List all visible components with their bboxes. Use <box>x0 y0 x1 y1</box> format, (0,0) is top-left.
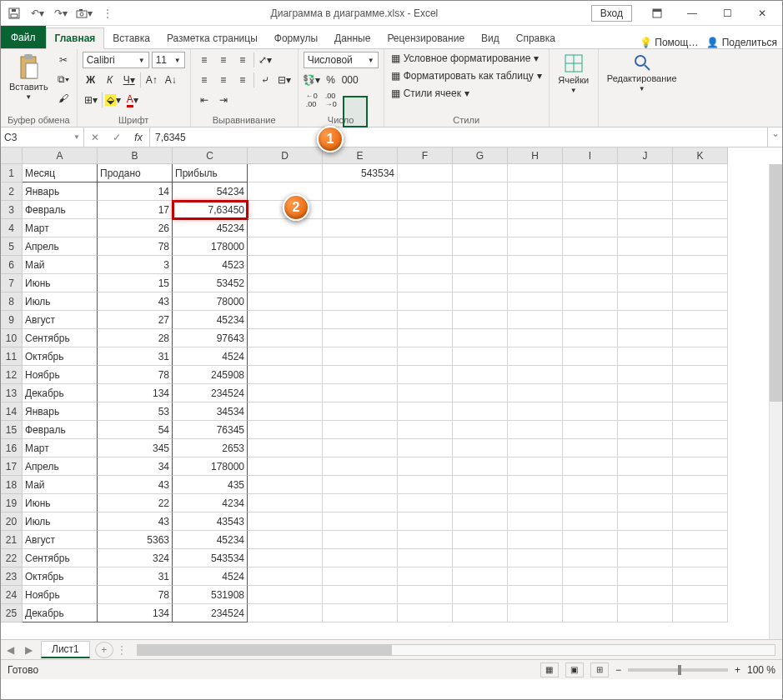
cell[interactable] <box>453 348 508 366</box>
cell[interactable] <box>563 402 618 421</box>
cell[interactable]: 54234 <box>173 182 248 201</box>
increase-decimal-icon[interactable]: ←0.00 <box>304 92 320 108</box>
cell[interactable]: Сентябрь <box>23 549 98 568</box>
cell[interactable] <box>563 274 618 292</box>
cell[interactable] <box>563 531 618 549</box>
row-header[interactable]: 25 <box>1 604 23 622</box>
cell[interactable] <box>248 384 323 402</box>
cell[interactable]: Июль <box>23 512 98 531</box>
row-header[interactable]: 4 <box>1 219 23 238</box>
comma-format-icon[interactable]: 000 <box>342 72 359 88</box>
cell[interactable]: 54 <box>98 421 173 439</box>
row-header[interactable]: 19 <box>1 494 23 512</box>
cell[interactable] <box>508 311 563 329</box>
cell[interactable] <box>453 329 508 348</box>
row-header[interactable]: 3 <box>1 201 23 219</box>
cell[interactable]: 43543 <box>173 512 248 531</box>
cancel-fx-icon[interactable]: ✕ <box>84 132 106 143</box>
cell[interactable] <box>508 586 563 604</box>
percent-format-icon[interactable]: % <box>323 72 339 88</box>
sheet-nav-prev-icon[interactable]: ◀ <box>1 644 19 656</box>
col-header[interactable]: F <box>398 148 453 164</box>
font-name-select[interactable]: Calibri▼ <box>83 52 149 68</box>
cell[interactable]: Декабрь <box>23 604 98 622</box>
cell[interactable] <box>618 201 673 219</box>
cell[interactable]: Прибыль <box>173 164 248 182</box>
cell[interactable] <box>618 439 673 458</box>
cell[interactable]: 4234 <box>173 494 248 512</box>
row-header[interactable]: 1 <box>1 164 23 182</box>
cell[interactable] <box>248 329 323 348</box>
cell[interactable] <box>453 586 508 604</box>
cell[interactable] <box>323 531 398 549</box>
name-box[interactable]: C3▼ <box>1 128 84 147</box>
align-bottom-icon[interactable]: ≡ <box>234 52 251 68</box>
cell[interactable] <box>618 494 673 512</box>
cell[interactable] <box>563 348 618 366</box>
cells-button[interactable]: Ячейки ▼ <box>555 52 593 96</box>
cell[interactable] <box>618 421 673 439</box>
decrease-indent-icon[interactable]: ⇤ <box>196 92 213 108</box>
cell[interactable] <box>673 458 728 476</box>
row-header[interactable]: 8 <box>1 292 23 311</box>
cell[interactable]: 17 <box>98 201 173 219</box>
cell[interactable]: Продано <box>98 164 173 182</box>
align-center-icon[interactable]: ≡ <box>215 72 232 88</box>
cell[interactable] <box>248 568 323 586</box>
row-header[interactable]: 16 <box>1 439 23 458</box>
cell[interactable] <box>508 458 563 476</box>
align-top-icon[interactable]: ≡ <box>196 52 213 68</box>
cell[interactable] <box>508 568 563 586</box>
cell[interactable] <box>248 274 323 292</box>
cut-icon[interactable]: ✂ <box>55 52 72 68</box>
sheet-tab[interactable]: Лист1 <box>41 641 90 658</box>
cell[interactable] <box>398 494 453 512</box>
cell[interactable] <box>398 238 453 256</box>
view-normal-icon[interactable]: ▦ <box>540 662 559 678</box>
cell[interactable]: Ноябрь <box>23 366 98 384</box>
cell[interactable] <box>453 219 508 238</box>
cell[interactable] <box>248 348 323 366</box>
cell[interactable] <box>398 384 453 402</box>
cell[interactable] <box>453 256 508 274</box>
cell[interactable]: 53452 <box>173 274 248 292</box>
tab-file[interactable]: Файл <box>1 26 46 48</box>
tab-review[interactable]: Рецензирование <box>379 28 473 48</box>
cell[interactable] <box>563 366 618 384</box>
col-header[interactable]: K <box>673 148 728 164</box>
cell[interactable] <box>618 274 673 292</box>
cell[interactable] <box>323 274 398 292</box>
fill-color-icon[interactable]: ⬙▾ <box>105 92 122 108</box>
cell[interactable]: 27 <box>98 311 173 329</box>
cell[interactable] <box>673 292 728 311</box>
col-header[interactable]: C <box>173 148 248 164</box>
redo-icon[interactable]: ↷▾ <box>51 3 71 23</box>
cell[interactable] <box>248 458 323 476</box>
cell[interactable]: 26 <box>98 219 173 238</box>
cell[interactable] <box>563 458 618 476</box>
cell[interactable] <box>398 311 453 329</box>
cell[interactable] <box>508 366 563 384</box>
row-header[interactable]: 10 <box>1 329 23 348</box>
align-right-icon[interactable]: ≡ <box>234 72 251 88</box>
cell[interactable]: 324 <box>98 549 173 568</box>
cell[interactable] <box>248 531 323 549</box>
cell[interactable] <box>248 402 323 421</box>
col-header[interactable]: D <box>248 148 323 164</box>
cell[interactable] <box>563 421 618 439</box>
cell[interactable] <box>453 238 508 256</box>
share-button[interactable]: 👤 Поделиться <box>706 37 777 48</box>
cell[interactable] <box>453 164 508 182</box>
cell[interactable] <box>508 329 563 348</box>
maximize-icon[interactable]: ☐ <box>710 2 744 25</box>
cell[interactable]: Июнь <box>23 274 98 292</box>
cell[interactable] <box>453 439 508 458</box>
cell[interactable] <box>453 201 508 219</box>
cell[interactable] <box>323 201 398 219</box>
cell[interactable] <box>323 238 398 256</box>
cell[interactable] <box>673 512 728 531</box>
cell[interactable] <box>398 458 453 476</box>
cell[interactable] <box>453 292 508 311</box>
tab-insert[interactable]: Вставка <box>104 28 158 48</box>
cell[interactable] <box>563 256 618 274</box>
